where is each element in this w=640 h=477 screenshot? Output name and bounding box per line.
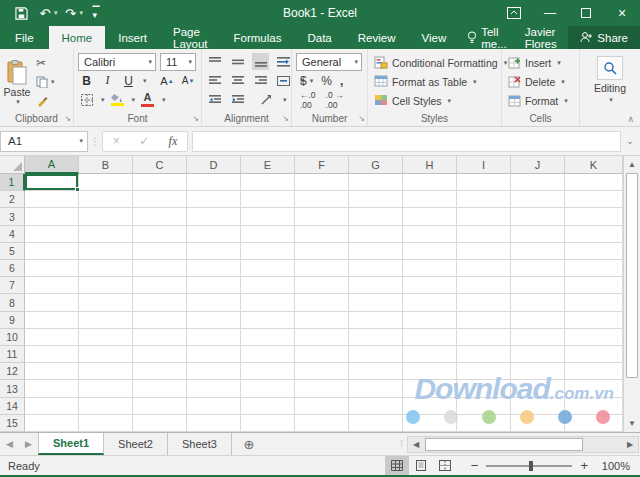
- cell-j7[interactable]: [511, 277, 565, 294]
- column-header-e[interactable]: E: [241, 156, 295, 174]
- cell-e11[interactable]: [241, 346, 295, 363]
- conditional-formatting-button[interactable]: Conditional Formatting ▾: [368, 53, 501, 72]
- number-dialog-launcher[interactable]: ↘: [358, 115, 365, 123]
- normal-view-button[interactable]: [385, 456, 409, 475]
- wrap-text-button[interactable]: [275, 53, 292, 70]
- scroll-down-icon[interactable]: ▼: [624, 415, 640, 432]
- row-header-5[interactable]: 5: [0, 243, 25, 260]
- scroll-left-icon[interactable]: ◀: [408, 437, 424, 452]
- copy-dropdown-arrow[interactable]: ▾: [51, 78, 55, 86]
- cell-f1[interactable]: [295, 174, 349, 191]
- orientation-button[interactable]: [258, 91, 275, 108]
- row-header-8[interactable]: 8: [0, 294, 25, 311]
- alignment-dialog-launcher[interactable]: ↘: [282, 115, 289, 123]
- maximize-button[interactable]: [568, 0, 604, 26]
- currency-format-button[interactable]: $: [300, 74, 307, 88]
- orientation-dropdown-arrow[interactable]: ▾: [283, 96, 287, 104]
- cell-c6[interactable]: [133, 260, 187, 277]
- cell-a15[interactable]: [25, 415, 79, 432]
- cell-c15[interactable]: [133, 415, 187, 432]
- enter-icon[interactable]: ✓: [139, 134, 149, 148]
- zoom-in-button[interactable]: +: [580, 458, 588, 473]
- close-button[interactable]: ×: [604, 0, 640, 26]
- cell-a10[interactable]: [25, 329, 79, 346]
- cell-g14[interactable]: [349, 398, 403, 415]
- page-layout-view-button[interactable]: [409, 456, 433, 475]
- cell-b2[interactable]: [79, 191, 133, 208]
- cell-g12[interactable]: [349, 363, 403, 380]
- cell-i6[interactable]: [457, 260, 511, 277]
- cell-c9[interactable]: [133, 312, 187, 329]
- cell-e1[interactable]: [241, 174, 295, 191]
- cell-f8[interactable]: [295, 294, 349, 311]
- cell-j12[interactable]: [511, 363, 565, 380]
- cell-d7[interactable]: [187, 277, 241, 294]
- cell-d14[interactable]: [187, 398, 241, 415]
- cell-k2[interactable]: [565, 191, 623, 208]
- ribbon-display-options-button[interactable]: [496, 0, 532, 26]
- tab-data[interactable]: Data: [294, 26, 344, 49]
- cell-d15[interactable]: [187, 415, 241, 432]
- cell-d6[interactable]: [187, 260, 241, 277]
- cell-c3[interactable]: [133, 208, 187, 225]
- cell-a9[interactable]: [25, 312, 79, 329]
- sheet-tab-sheet1[interactable]: Sheet1: [38, 433, 104, 455]
- tab-file[interactable]: File: [0, 26, 49, 49]
- copy-button[interactable]: ▾: [34, 73, 57, 91]
- cell-j5[interactable]: [511, 243, 565, 260]
- cell-j9[interactable]: [511, 312, 565, 329]
- font-color-dropdown-arrow[interactable]: ▾: [162, 96, 166, 104]
- decrease-decimal-button[interactable]: .0 →.00: [326, 90, 344, 110]
- cell-h11[interactable]: [403, 346, 457, 363]
- cell-e3[interactable]: [241, 208, 295, 225]
- cell-f14[interactable]: [295, 398, 349, 415]
- row-header-2[interactable]: 2: [0, 191, 25, 208]
- align-right-button[interactable]: [252, 72, 269, 89]
- tell-me-button[interactable]: Tell me...: [459, 26, 515, 50]
- cell-c11[interactable]: [133, 346, 187, 363]
- cell-b14[interactable]: [79, 398, 133, 415]
- cell-b10[interactable]: [79, 329, 133, 346]
- cell-e4[interactable]: [241, 226, 295, 243]
- cell-g6[interactable]: [349, 260, 403, 277]
- cell-j11[interactable]: [511, 346, 565, 363]
- expand-formula-bar-icon[interactable]: ⌄: [621, 136, 639, 146]
- cell-a7[interactable]: [25, 277, 79, 294]
- cell-d13[interactable]: [187, 380, 241, 397]
- increase-decimal-button[interactable]: ←.0.00: [300, 90, 316, 110]
- cell-f15[interactable]: [295, 415, 349, 432]
- decrease-indent-button[interactable]: [206, 91, 223, 108]
- customize-qat-button[interactable]: ▔▾: [85, 2, 107, 24]
- cell-j6[interactable]: [511, 260, 565, 277]
- cell-g9[interactable]: [349, 312, 403, 329]
- cell-c13[interactable]: [133, 380, 187, 397]
- cell-k12[interactable]: [565, 363, 623, 380]
- cell-c7[interactable]: [133, 277, 187, 294]
- cell-k5[interactable]: [565, 243, 623, 260]
- row-header-3[interactable]: 3: [0, 208, 25, 225]
- row-header-6[interactable]: 6: [0, 260, 25, 277]
- top-align-button[interactable]: [206, 53, 223, 70]
- cell-h2[interactable]: [403, 191, 457, 208]
- insert-cells-button[interactable]: Insert ▾: [502, 53, 579, 72]
- row-header-14[interactable]: 14: [0, 398, 25, 415]
- cell-f6[interactable]: [295, 260, 349, 277]
- format-painter-button[interactable]: [34, 92, 57, 110]
- fill-color-dropdown-arrow[interactable]: ▾: [132, 96, 136, 104]
- vertical-scrollbar-thumb[interactable]: [626, 173, 638, 378]
- cell-d1[interactable]: [187, 174, 241, 191]
- cell-i3[interactable]: [457, 208, 511, 225]
- cell-f2[interactable]: [295, 191, 349, 208]
- vertical-scrollbar[interactable]: ▲ ▼: [623, 156, 640, 432]
- tab-splitter-handle[interactable]: ⁞: [395, 439, 407, 449]
- collapse-ribbon-icon[interactable]: ∧: [627, 114, 634, 124]
- currency-dropdown-arrow[interactable]: ▾: [310, 77, 314, 85]
- cell-i1[interactable]: [457, 174, 511, 191]
- undo-dropdown-arrow[interactable]: ▾: [54, 9, 58, 17]
- editing-button[interactable]: [597, 56, 623, 80]
- cell-f11[interactable]: [295, 346, 349, 363]
- row-header-7[interactable]: 7: [0, 277, 25, 294]
- cell-k1[interactable]: [565, 174, 623, 191]
- cell-g1[interactable]: [349, 174, 403, 191]
- cell-i7[interactable]: [457, 277, 511, 294]
